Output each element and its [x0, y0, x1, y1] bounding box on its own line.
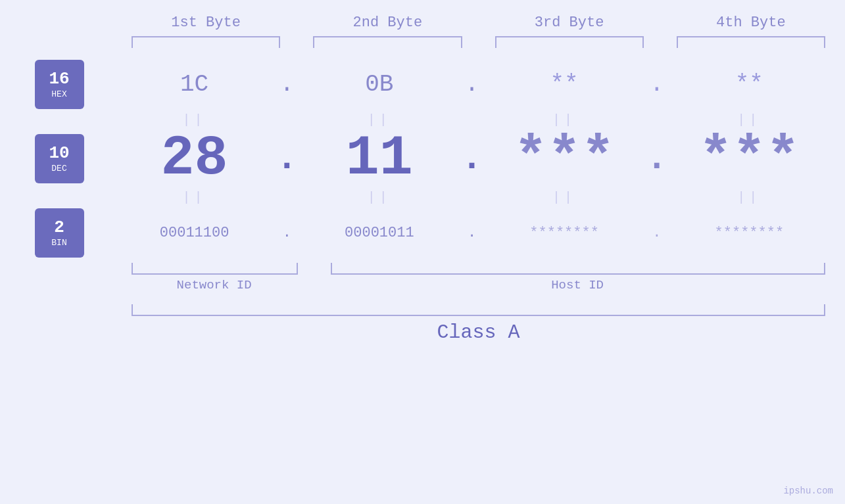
equals-row-1: || || || || [118, 112, 825, 127]
main-layout: 1st Byte 2nd Byte 3rd Byte 4th Byte 16 H… [0, 0, 845, 504]
eq1-col3: || [489, 112, 640, 127]
bin-val2: 00001011 [303, 225, 455, 241]
eq1-col4: || [673, 112, 825, 127]
bin-val1: 00011100 [118, 225, 270, 241]
class-bracket [132, 304, 825, 316]
eq2-col3: || [489, 190, 640, 205]
hex-dot3: . [640, 71, 673, 98]
class-label: Class A [132, 321, 825, 344]
byte4-header: 4th Byte [677, 14, 825, 31]
bracket-top-2 [313, 36, 462, 48]
bracket-top-3 [495, 36, 644, 48]
dec-dot3: . [640, 138, 673, 179]
dec-badge-slot: 10 DEC [33, 134, 85, 183]
dec-val4: *** [673, 131, 825, 187]
class-bracket-wrap [132, 304, 825, 316]
bin-dot1: . [270, 225, 303, 241]
hex-val2: 0B [303, 71, 455, 98]
bin-val3: ******** [489, 225, 640, 241]
byte1-header: 1st Byte [132, 14, 280, 31]
bracket-top-1 [132, 36, 280, 48]
id-labels: Network ID Host ID [132, 278, 825, 292]
bin-val4: ******** [673, 225, 825, 241]
dec-val1: 28 [118, 131, 270, 187]
dec-badge: 10 DEC [35, 134, 84, 183]
bracket-top-4 [677, 36, 825, 48]
hex-row: 16 HEX 1C . 0B . ** . ** [33, 60, 825, 109]
host-id-label: Host ID [329, 278, 825, 292]
bracket-bottom-1 [132, 263, 298, 275]
bin-badge-slot: 2 BIN [33, 208, 85, 258]
dec-val2: 11 [303, 131, 455, 187]
eq2-col4: || [673, 190, 825, 205]
bottom-brackets [132, 263, 825, 275]
bin-row: 2 BIN 00011100 . 00001011 . ******** . *… [33, 208, 825, 258]
top-brackets [132, 36, 825, 48]
dec-row: 10 DEC 28 . 11 . *** . *** [33, 131, 825, 187]
hex-dot2: . [456, 71, 489, 98]
hex-val4: ** [673, 71, 825, 98]
watermark: ipshu.com [783, 486, 833, 496]
bracket-bottom-host [331, 263, 825, 275]
hex-val1: 1C [118, 71, 270, 98]
eq2-col1: || [118, 190, 270, 205]
byte3-header: 3rd Byte [495, 14, 644, 31]
hex-val3: ** [489, 71, 640, 98]
bin-badge: 2 BIN [35, 208, 84, 258]
bin-dot3: . [640, 225, 673, 241]
eq1-col2: || [303, 112, 455, 127]
dec-dot2: . [456, 138, 489, 179]
byte2-header: 2nd Byte [313, 14, 462, 31]
equals-row-2: || || || || [118, 190, 825, 205]
hex-dot1: . [270, 71, 303, 98]
bin-dot2: . [456, 225, 489, 241]
eq1-col1: || [118, 112, 270, 127]
hex-badge: 16 HEX [35, 60, 84, 109]
hex-badge-slot: 16 HEX [33, 60, 85, 109]
dec-val3: *** [489, 131, 640, 187]
dec-dot1: . [270, 138, 303, 179]
eq2-col2: || [303, 190, 455, 205]
network-id-label: Network ID [132, 278, 297, 292]
byte-headers: 1st Byte 2nd Byte 3rd Byte 4th Byte [132, 14, 825, 31]
